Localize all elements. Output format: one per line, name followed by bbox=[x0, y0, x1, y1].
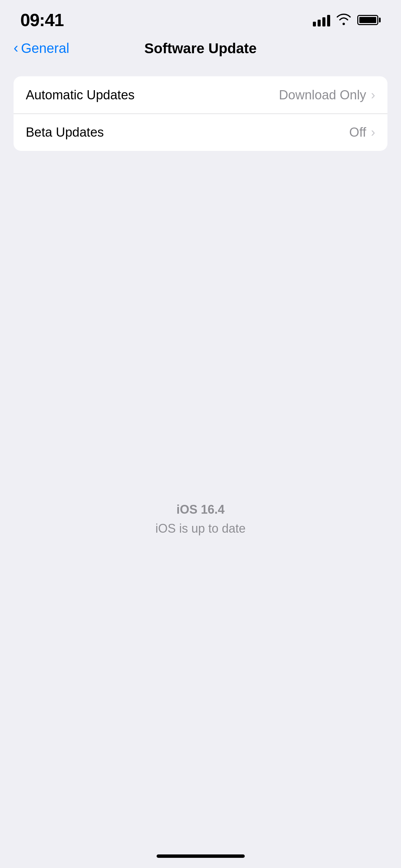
automatic-updates-right: Download Only › bbox=[279, 88, 375, 102]
back-label: General bbox=[21, 41, 69, 56]
beta-updates-chevron-icon: › bbox=[371, 125, 375, 140]
automatic-updates-label: Automatic Updates bbox=[26, 88, 135, 102]
beta-updates-value: Off bbox=[349, 125, 366, 140]
signal-bar-4 bbox=[327, 15, 330, 26]
page-title: Software Update bbox=[144, 40, 257, 57]
beta-updates-label: Beta Updates bbox=[26, 125, 104, 140]
settings-section: Automatic Updates Download Only › Beta U… bbox=[14, 76, 387, 151]
automatic-updates-row[interactable]: Automatic Updates Download Only › bbox=[14, 76, 387, 114]
battery-icon bbox=[357, 15, 381, 25]
signal-bar-2 bbox=[318, 20, 321, 26]
status-bar: 09:41 bbox=[0, 0, 401, 34]
signal-bar-3 bbox=[322, 17, 325, 26]
automatic-updates-chevron-icon: › bbox=[371, 88, 375, 102]
nav-header: ‹ General Software Update bbox=[0, 34, 401, 66]
center-info: iOS 16.4 iOS is up to date bbox=[0, 502, 401, 536]
signal-bar-1 bbox=[313, 22, 316, 26]
signal-icon bbox=[313, 14, 330, 26]
status-time: 09:41 bbox=[20, 10, 64, 30]
automatic-updates-value: Download Only bbox=[279, 88, 366, 102]
back-button[interactable]: ‹ General bbox=[14, 41, 69, 56]
home-indicator bbox=[157, 854, 245, 858]
beta-updates-row[interactable]: Beta Updates Off › bbox=[14, 114, 387, 151]
beta-updates-right: Off › bbox=[349, 125, 375, 140]
back-chevron-icon: ‹ bbox=[14, 41, 18, 55]
ios-version: iOS 16.4 bbox=[176, 502, 224, 517]
wifi-icon bbox=[336, 14, 351, 26]
ios-status: iOS is up to date bbox=[155, 521, 245, 536]
status-icons bbox=[313, 14, 381, 26]
